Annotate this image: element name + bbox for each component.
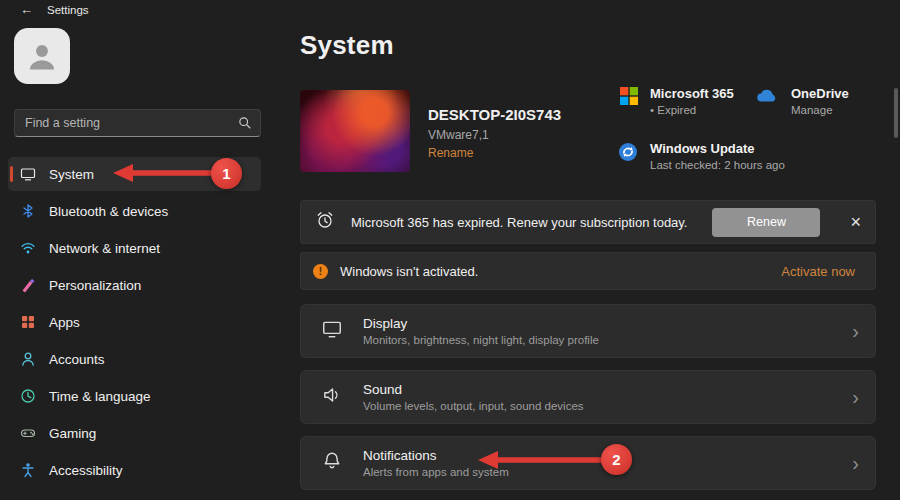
time-language-icon xyxy=(20,388,36,404)
selected-indicator xyxy=(10,166,13,182)
search-input[interactable] xyxy=(25,116,238,130)
sidebar-item-bluetooth-devices[interactable]: Bluetooth & devices xyxy=(8,194,261,228)
display-row[interactable]: Display Monitors, brightness, night ligh… xyxy=(300,304,876,358)
tile-status: • Expired xyxy=(650,104,734,116)
windows-update-tile[interactable]: Windows Update Last checked: 2 hours ago xyxy=(618,141,785,171)
sound-icon xyxy=(321,384,343,410)
titlebar: ← Settings xyxy=(20,2,89,17)
sidebar-item-network-internet[interactable]: Network & internet xyxy=(8,231,261,265)
rename-link[interactable]: Rename xyxy=(428,146,473,160)
row-subtitle: Monitors, brightness, night light, displ… xyxy=(363,334,832,346)
windows-update-icon xyxy=(618,142,638,166)
sidebar-item-accounts[interactable]: Accounts xyxy=(8,342,261,376)
renew-button[interactable]: Renew xyxy=(712,208,820,237)
notifications-icon xyxy=(321,450,343,476)
sidebar-item-gaming[interactable]: Gaming xyxy=(8,416,261,450)
activation-banner: ! Windows isn't activated. Activate now xyxy=(300,252,876,290)
tile-status: Manage xyxy=(791,104,849,116)
sidebar-item-label: Apps xyxy=(49,315,80,330)
device-model: VMware7,1 xyxy=(428,128,489,142)
sidebar-item-apps[interactable]: Apps xyxy=(8,305,261,339)
activate-now-link[interactable]: Activate now xyxy=(781,264,855,279)
avatar[interactable] xyxy=(14,28,70,84)
sidebar-item-label: Gaming xyxy=(49,426,96,441)
microsoft-logo-icon xyxy=(620,87,638,109)
activation-message: Windows isn't activated. xyxy=(340,264,769,279)
sidebar-item-accessibility[interactable]: Accessibility xyxy=(8,453,261,487)
alarm-icon xyxy=(315,210,335,234)
sidebar-item-label: System xyxy=(49,167,94,182)
warning-icon: ! xyxy=(313,264,328,279)
back-arrow-icon[interactable]: ← xyxy=(20,2,33,17)
device-thumbnail xyxy=(300,90,410,172)
tile-title: Windows Update xyxy=(650,141,785,156)
bluetooth-icon xyxy=(20,203,36,219)
gaming-icon xyxy=(20,425,36,441)
row-title: Sound xyxy=(363,382,832,397)
person-icon xyxy=(25,39,59,73)
device-name: DESKTOP-2I0S743 xyxy=(428,106,561,123)
sidebar-item-label: Time & language xyxy=(49,389,151,404)
scrollbar-thumb[interactable] xyxy=(894,88,898,138)
status-bullet-icon: • xyxy=(650,104,654,116)
page-title: System xyxy=(300,30,394,61)
chevron-right-icon: › xyxy=(852,321,859,341)
chevron-right-icon: › xyxy=(852,453,859,473)
chevron-right-icon: › xyxy=(852,387,859,407)
apps-icon xyxy=(20,314,36,330)
tile-status: Last checked: 2 hours ago xyxy=(650,159,785,171)
sidebar-item-label: Network & internet xyxy=(49,241,160,256)
accessibility-icon xyxy=(20,462,36,478)
annotation-step-1: 1 xyxy=(211,158,242,189)
annotation-step-2: 2 xyxy=(601,444,632,475)
row-title: Display xyxy=(363,316,832,331)
onedrive-icon xyxy=(755,87,779,107)
network-icon xyxy=(20,240,36,256)
system-icon xyxy=(20,166,36,182)
onedrive-tile[interactable]: OneDrive Manage xyxy=(755,86,849,116)
notifications-row[interactable]: Notifications Alerts from apps and syste… xyxy=(300,436,876,490)
sidebar-item-label: Personalization xyxy=(49,278,141,293)
sidebar-item-personalization[interactable]: Personalization xyxy=(8,268,261,302)
subscription-expired-banner: Microsoft 365 has expired. Renew your su… xyxy=(300,200,876,244)
tile-title: Microsoft 365 xyxy=(650,86,734,101)
accounts-icon xyxy=(20,351,36,367)
window-title: Settings xyxy=(47,4,89,16)
personalization-icon xyxy=(20,277,36,293)
row-subtitle: Alerts from apps and system xyxy=(363,466,832,478)
row-subtitle: Volume levels, output, input, sound devi… xyxy=(363,400,832,412)
sound-row[interactable]: Sound Volume levels, output, input, soun… xyxy=(300,370,876,424)
tile-title: OneDrive xyxy=(791,86,849,101)
search-box xyxy=(14,109,261,137)
sidebar-item-time-language[interactable]: Time & language xyxy=(8,379,261,413)
row-title: Notifications xyxy=(363,448,832,463)
microsoft-365-tile[interactable]: Microsoft 365 • Expired xyxy=(620,86,734,116)
close-icon[interactable]: × xyxy=(850,213,861,231)
banner-message: Microsoft 365 has expired. Renew your su… xyxy=(351,215,696,230)
sidebar-nav: System Bluetooth & devices Network & int… xyxy=(8,157,261,490)
display-icon xyxy=(321,318,343,344)
sidebar-item-label: Bluetooth & devices xyxy=(49,204,168,219)
sidebar-item-label: Accounts xyxy=(49,352,105,367)
search-icon xyxy=(238,116,252,130)
sidebar-item-label: Accessibility xyxy=(49,463,123,478)
